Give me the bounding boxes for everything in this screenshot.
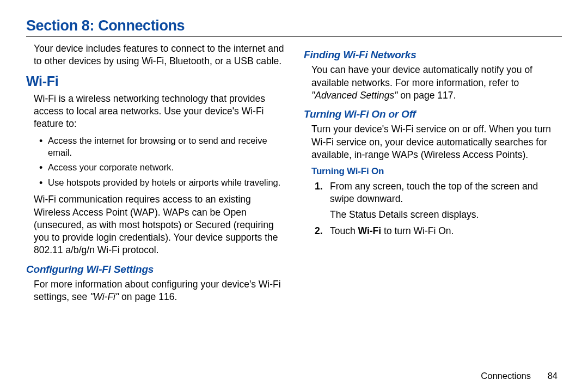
title-rule xyxy=(26,36,562,37)
finding-text-prefix: You can have your device automatically n… xyxy=(311,64,532,88)
config-reference: "Wi-Fi" xyxy=(90,291,119,302)
configuring-body: For more information about configuring y… xyxy=(26,278,284,304)
step-text: From any screen, touch the top of the sc… xyxy=(330,181,538,204)
wifi-description: Wi-Fi is a wireless networking technolog… xyxy=(26,93,284,131)
step-item: 1. From any screen, touch the top of the… xyxy=(330,180,562,206)
step-item: 2. Touch Wi-Fi to turn Wi-Fi On. xyxy=(330,225,562,237)
wifi-bullet-list: Access the internet for browsing or to s… xyxy=(33,135,284,189)
step-text-post: to turn Wi-Fi On. xyxy=(381,225,454,236)
step-text-pre: Touch xyxy=(330,225,358,236)
section-title: Section 8: Connections xyxy=(26,17,562,34)
wifi-heading: Wi-Fi xyxy=(26,72,284,90)
step-number: 2. xyxy=(315,225,323,237)
steps-list: 2. Touch Wi-Fi to turn Wi-Fi On. xyxy=(304,225,562,237)
step-subtext: The Status Details screen displays. xyxy=(330,209,562,221)
step-number: 1. xyxy=(315,180,323,193)
page-footer: Connections 84 xyxy=(481,371,558,381)
config-text-suffix: on page 116. xyxy=(119,291,177,302)
footer-section-label: Connections xyxy=(481,371,531,381)
finding-text-suffix: on page 117. xyxy=(397,90,456,101)
wifi-note: Wi-Fi communication requires access to a… xyxy=(26,193,284,256)
manual-page: Section 8: Connections Your device inclu… xyxy=(0,0,588,392)
onoff-body: Turn your device's Wi-Fi service on or o… xyxy=(304,123,562,161)
bullet-item: Use hotspots provided by hotels or airpo… xyxy=(40,177,284,189)
turnon-heading: Turning Wi-Fi On xyxy=(304,166,562,178)
right-column: Finding Wi-Fi Networks You can have your… xyxy=(304,42,562,308)
bullet-item: Access your corporate network. xyxy=(40,162,284,174)
finding-heading: Finding Wi-Fi Networks xyxy=(304,48,562,62)
finding-reference: "Advanced Settings" xyxy=(311,90,397,101)
onoff-heading: Turning Wi-Fi On or Off xyxy=(304,107,562,121)
configuring-heading: Configuring Wi-Fi Settings xyxy=(26,262,284,276)
steps-list: 1. From any screen, touch the top of the… xyxy=(304,180,562,206)
bullet-item: Access the internet for browsing or to s… xyxy=(40,135,284,159)
two-column-layout: Your device includes features to connect… xyxy=(26,42,562,308)
step-text-bold: Wi-Fi xyxy=(358,225,382,236)
left-column: Your device includes features to connect… xyxy=(26,42,284,308)
finding-body: You can have your device automatically n… xyxy=(304,64,562,102)
footer-page-number: 84 xyxy=(548,371,558,381)
intro-paragraph: Your device includes features to connect… xyxy=(26,42,284,68)
